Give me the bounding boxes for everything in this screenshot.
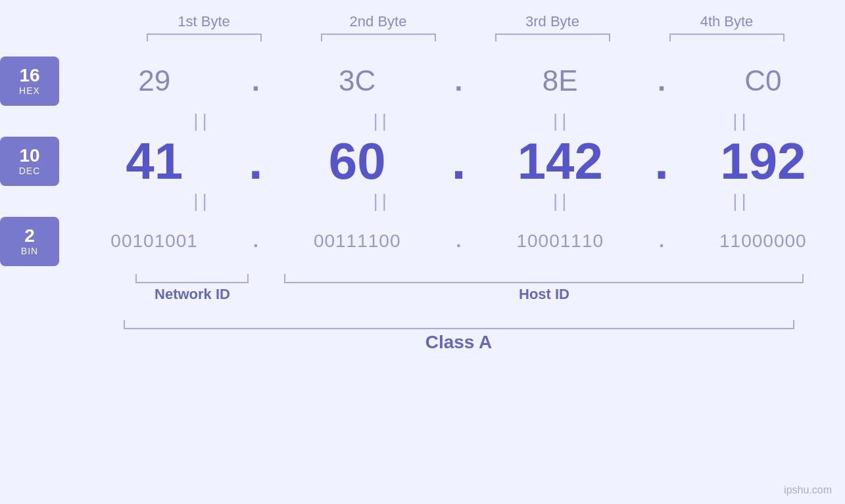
hex-number: 16 <box>19 66 39 86</box>
bin-dot3: . <box>652 231 671 252</box>
hex-dot2: . <box>448 64 468 97</box>
eq1-b2: || <box>310 110 454 131</box>
bin-byte3: 10001110 <box>488 231 633 252</box>
bin-row: 2 BIN 00101001 . 00111100 . 10001110 . 1… <box>0 212 845 271</box>
eq2-b2: || <box>310 191 454 212</box>
top-bracket-4 <box>669 34 785 41</box>
dec-byte1: 41 <box>82 131 227 191</box>
byte4-header: 4th Byte <box>654 13 799 30</box>
hex-byte3: 8E <box>488 64 633 97</box>
class-label: Class A <box>124 332 794 353</box>
bin-byte1: 00101001 <box>82 231 227 252</box>
bin-label: BIN <box>21 246 38 256</box>
hex-row: 16 HEX 29 . 3C . 8E . C0 <box>0 51 845 110</box>
hex-byte2: 3C <box>285 64 429 97</box>
main-container: 1st Byte 2nd Byte 3rd Byte 4th Byte 16 H… <box>0 0 845 504</box>
watermark: ipshu.com <box>784 484 832 496</box>
dec-dot3: . <box>652 131 671 191</box>
bin-number: 2 <box>24 226 35 246</box>
hex-dot1: . <box>246 64 266 97</box>
bottom-brackets-area: Network ID Host ID <box>124 274 821 313</box>
byte-headers: 1st Byte 2nd Byte 3rd Byte 4th Byte <box>117 13 814 30</box>
dec-badge: 10 DEC <box>0 137 59 186</box>
dec-byte2: 60 <box>285 131 429 191</box>
top-bracket-1 <box>147 34 262 41</box>
hex-badge: 16 HEX <box>0 57 59 106</box>
bin-dot1: . <box>246 231 266 252</box>
network-id-label: Network ID <box>124 286 262 303</box>
bin-values: 00101001 . 00111100 . 10001110 . 1100000… <box>72 231 845 252</box>
class-bracket <box>124 320 794 329</box>
bin-dot2: . <box>448 231 468 252</box>
top-bracket-row <box>117 34 814 41</box>
dec-byte4: 192 <box>690 131 835 191</box>
hex-dot3: . <box>652 64 671 97</box>
hex-values: 29 . 3C . 8E . C0 <box>72 64 845 97</box>
bin-byte4: 11000000 <box>690 231 835 252</box>
eq2-b1: || <box>130 191 275 212</box>
dec-label: DEC <box>19 166 41 176</box>
eq1-b4: || <box>669 110 813 131</box>
dec-dot2: . <box>448 131 468 191</box>
dec-number: 10 <box>19 146 39 166</box>
top-bracket-2 <box>321 34 436 41</box>
network-bracket <box>135 274 249 283</box>
dec-values: 41 . 60 . 142 . 192 <box>72 131 845 191</box>
equals-row-1: || || || || <box>124 110 821 131</box>
eq1-b3: || <box>489 110 634 131</box>
equals-row-2: || || || || <box>124 191 821 212</box>
dec-byte3: 142 <box>488 131 633 191</box>
hex-byte1: 29 <box>82 64 227 97</box>
byte2-header: 2nd Byte <box>306 13 450 30</box>
dec-dot1: . <box>246 131 266 191</box>
host-bracket <box>284 274 804 283</box>
top-bracket-3 <box>495 34 610 41</box>
byte1-header: 1st Byte <box>132 13 276 30</box>
bin-byte2: 00111100 <box>285 231 429 252</box>
byte3-header: 3rd Byte <box>480 13 625 30</box>
eq2-b3: || <box>489 191 634 212</box>
hex-label: HEX <box>19 85 40 96</box>
eq1-b1: || <box>130 110 275 131</box>
dec-row: 10 DEC 41 . 60 . 142 . 192 <box>0 131 845 191</box>
bin-badge: 2 BIN <box>0 217 59 266</box>
host-id-label: Host ID <box>281 286 808 303</box>
class-area: Class A <box>124 320 821 363</box>
hex-byte4: C0 <box>690 64 835 97</box>
eq2-b4: || <box>669 191 813 212</box>
